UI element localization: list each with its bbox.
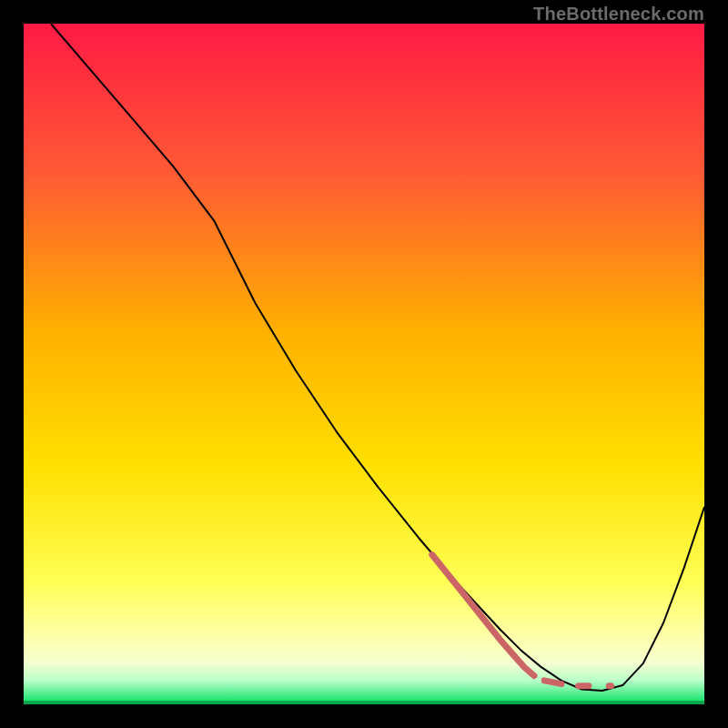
watermark-text: TheBottleneck.com bbox=[533, 4, 704, 25]
gradient-background bbox=[24, 24, 704, 704]
chart-frame: TheBottleneck.com bbox=[0, 0, 728, 728]
red-dash-overlay bbox=[544, 681, 561, 684]
plot-area bbox=[24, 24, 704, 704]
bottom-green-line bbox=[24, 701, 704, 704]
chart-svg bbox=[24, 24, 704, 704]
